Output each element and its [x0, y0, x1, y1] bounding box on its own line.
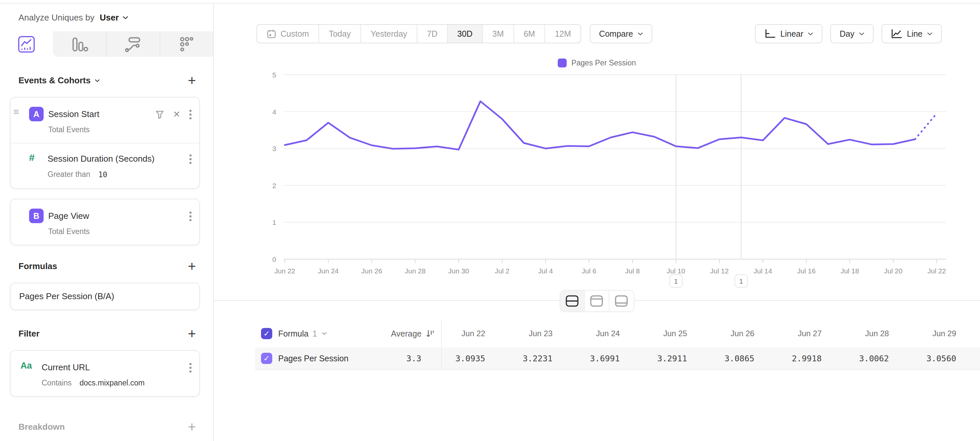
- tab-flows[interactable]: [107, 32, 160, 57]
- average-column-header[interactable]: Average: [391, 329, 434, 339]
- formula-card[interactable]: Pages Per Session (B/A): [10, 283, 200, 310]
- property-value[interactable]: 10: [98, 170, 107, 179]
- annotation-markers[interactable]: 11: [670, 75, 748, 287]
- insights-report: Analyze Uniques by User Even: [0, 4, 980, 441]
- x-tick-label: Jul 18: [840, 267, 859, 275]
- y-tick-label: 5: [272, 71, 276, 79]
- kebab-menu-icon[interactable]: [189, 363, 192, 373]
- event-measurement[interactable]: Total Events: [48, 227, 189, 236]
- table-cell: 3.0062: [846, 354, 913, 363]
- x-tick-label: Jul 12: [710, 267, 729, 275]
- y-axis-labels: 012345: [272, 71, 276, 263]
- flows-icon: [124, 35, 142, 54]
- x-tick-label: Jul 22: [928, 267, 946, 275]
- gridlines: [284, 75, 946, 259]
- analyze-header: Analyze Uniques by User: [0, 4, 213, 32]
- formula-column-header[interactable]: Formula 1: [278, 329, 327, 339]
- numeric-property-icon: #: [29, 152, 44, 163]
- drag-handle-icon[interactable]: [14, 110, 19, 116]
- funnels-bars-icon: [70, 35, 89, 54]
- x-axis-labels: Jun 22Jun 24Jun 26Jun 28Jun 30Jul 2Jul 4…: [274, 259, 946, 275]
- chevron-down-icon: [322, 332, 327, 335]
- table-row-pages-per-session[interactable]: ✓ Pages Per Session 3.3 3.09353.22313.69…: [255, 347, 980, 370]
- analyze-uniques-dropdown[interactable]: User: [100, 13, 128, 23]
- pages-per-session-line-chart[interactable]: 01234511Jun 22Jun 24Jun 26Jun 28Jun 30Ju…: [214, 4, 980, 305]
- report-canvas: CustomTodayYesterday7D30D3M6M12M Compare…: [214, 4, 980, 441]
- formulas-section-title: Formulas: [19, 261, 57, 271]
- filter-funnel-icon[interactable]: [155, 110, 164, 119]
- y-tick-label: 1: [272, 218, 276, 226]
- report-type-tabbar: [0, 32, 213, 57]
- event-row: B Page View Total Events: [11, 199, 199, 245]
- sort-descending-icon: [426, 329, 434, 338]
- breakdown-section-header: Breakdown +: [10, 422, 200, 432]
- event-card-session-start[interactable]: A Session Start Total Events ✕ # S: [10, 97, 200, 189]
- event-title: Session Start: [48, 107, 155, 121]
- kebab-menu-icon[interactable]: [189, 211, 192, 221]
- annotation-count: 1: [674, 277, 678, 285]
- table-cell: 3.0935: [442, 354, 509, 363]
- table-column-header: Jun 23: [509, 329, 577, 338]
- filter-section-title: Filter: [19, 329, 40, 339]
- layout-toggle-group: [560, 290, 635, 312]
- property-operator[interactable]: Greater than: [48, 170, 90, 179]
- event-letter-badge: A: [29, 107, 44, 121]
- y-tick-label: 3: [272, 145, 276, 153]
- table-column-header: Jun 25: [644, 329, 711, 338]
- filter-value[interactable]: docs.mixpanel.com: [80, 379, 145, 387]
- table-column-header: Jun 27: [778, 329, 846, 338]
- tab-funnels[interactable]: [53, 32, 107, 57]
- x-tick-label: Jul 6: [582, 267, 597, 275]
- event-row: A Session Start Total Events ✕: [11, 97, 199, 143]
- events-section-header: Events & Cohorts +: [10, 75, 200, 86]
- query-builder-sections: Events & Cohorts + A Session Start Total…: [0, 57, 213, 432]
- add-breakdown-button[interactable]: +: [188, 422, 196, 432]
- y-tick-label: 4: [272, 108, 276, 116]
- table-cell: 3.2911: [644, 354, 711, 363]
- filter-operator[interactable]: Contains: [41, 379, 72, 387]
- x-tick-label: Jul 2: [495, 267, 509, 275]
- table-column-header: Jun 24: [576, 329, 644, 338]
- add-event-button[interactable]: +: [188, 76, 196, 86]
- table-cell: 3.2231: [509, 354, 577, 363]
- event-card-page-view[interactable]: B Page View Total Events: [10, 199, 200, 245]
- close-icon[interactable]: ✕: [173, 110, 180, 119]
- string-property-icon: Aa: [21, 361, 38, 371]
- x-tick-label: Jul 8: [625, 267, 640, 275]
- select-all-checkbox[interactable]: ✓: [261, 328, 272, 339]
- event-title: Page View: [48, 209, 189, 223]
- retention-dots-icon: [177, 35, 196, 54]
- chevron-down-icon: [123, 16, 128, 19]
- chart-only-view-toggle[interactable]: [585, 291, 609, 311]
- x-tick-label: Jun 24: [318, 267, 339, 275]
- top-panel-view-icon: [590, 295, 603, 307]
- breakdown-section-title: Breakdown: [19, 422, 65, 432]
- add-filter-button[interactable]: +: [188, 329, 196, 339]
- split-view-toggle[interactable]: [560, 291, 585, 311]
- table-cell: 3.0865: [711, 354, 778, 363]
- table-column-header: Jun 22: [442, 329, 509, 338]
- annotation-count: 1: [739, 277, 743, 285]
- x-tick-label: Jul 10: [667, 267, 685, 275]
- series-checkbox[interactable]: ✓: [261, 353, 272, 364]
- event-measurement[interactable]: Total Events: [48, 125, 155, 134]
- add-formula-button[interactable]: +: [188, 261, 196, 271]
- table-only-view-toggle[interactable]: [609, 291, 634, 311]
- table-cell: 3.6991: [576, 354, 644, 363]
- series-name: Pages Per Session: [278, 354, 348, 363]
- tab-insights[interactable]: [0, 32, 53, 57]
- kebab-menu-icon[interactable]: [189, 110, 192, 120]
- table-column-header: Jun 29: [913, 329, 980, 338]
- events-section-title[interactable]: Events & Cohorts: [19, 75, 100, 86]
- tab-retention[interactable]: [160, 32, 213, 57]
- x-tick-label: Jun 28: [405, 267, 426, 275]
- kebab-menu-icon[interactable]: [189, 154, 192, 164]
- series-line[interactable]: [285, 101, 915, 150]
- bottom-panel-view-icon: [614, 295, 628, 307]
- event-letter-badge: B: [29, 209, 44, 223]
- filter-card-current-url[interactable]: Aa Current URL Contains docs.mixpanel.co…: [10, 350, 200, 397]
- table-date-headers: Jun 22Jun 23Jun 24Jun 25Jun 26Jun 27Jun …: [441, 320, 980, 347]
- chevron-down-icon: [95, 79, 100, 82]
- insights-line-chart-icon: [17, 35, 36, 54]
- y-tick-label: 2: [272, 182, 276, 189]
